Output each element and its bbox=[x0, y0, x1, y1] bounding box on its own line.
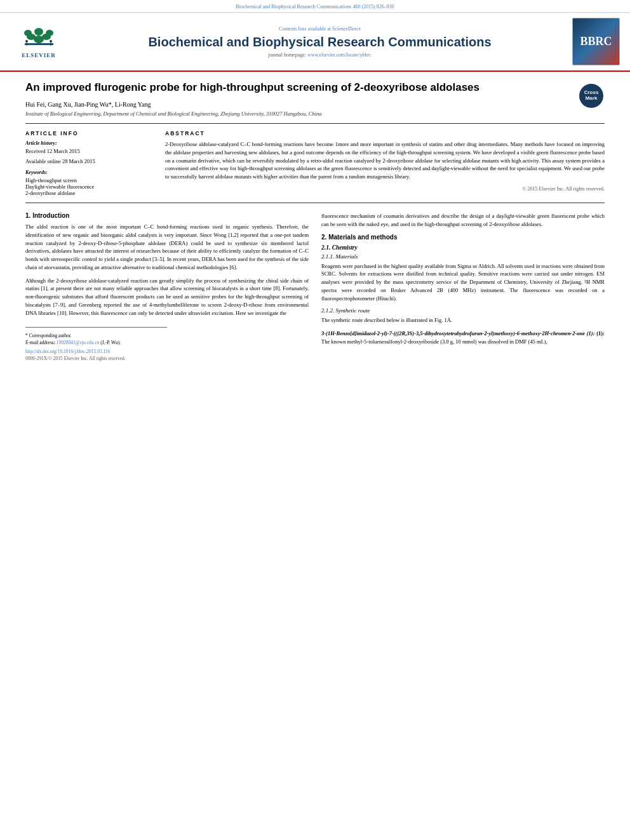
keyword-2: Daylight-viewable fluorescence bbox=[25, 183, 152, 190]
journal-title: Biochemical and Biophysical Research Com… bbox=[74, 34, 566, 50]
article-info-header: ARTICLE INFO bbox=[25, 130, 152, 137]
article-info-abstract: ARTICLE INFO Article history: Received 1… bbox=[25, 124, 605, 203]
article-content: An improved flurogenic probe for high-th… bbox=[0, 72, 630, 370]
journal-title-area: Contents lists available at ScienceDirec… bbox=[74, 26, 566, 58]
section2-title: 2. Materials and methods bbox=[321, 234, 605, 241]
email-label: E-mail address: bbox=[25, 340, 55, 345]
section1-number: 1. bbox=[25, 212, 30, 219]
section2-number: 2. bbox=[321, 234, 326, 241]
footnote-divider bbox=[25, 327, 167, 328]
section1-label: Introduction bbox=[32, 212, 69, 219]
issn-line: 0006-291X/© 2015 Elsevier Inc. All right… bbox=[25, 356, 309, 361]
body-right-column: fluorescence mechanism of coumarin deriv… bbox=[321, 212, 605, 361]
section212-number: 2.1.2. bbox=[321, 307, 334, 314]
article-authors: Hui Fei, Gang Xu, Jian-Ping Wu*, Li-Rong… bbox=[25, 101, 573, 108]
crossmark-area: CrossMark bbox=[579, 84, 605, 109]
intro-p2-text: Although the 2-deoxyribose aldolase-cata… bbox=[25, 277, 309, 316]
sciencedirect-link[interactable]: Contents lists available at ScienceDirec… bbox=[74, 26, 566, 32]
compound1-name: 3-(1H-Benzo[d]imidazol-2-yl)-7-(((2R,3S)… bbox=[321, 330, 605, 346]
intro-right-text: fluorescence mechanism of coumarin deriv… bbox=[321, 213, 605, 227]
elsevier-text: ELSEVIER bbox=[22, 52, 56, 58]
page: Biochemical and Biophysical Research Com… bbox=[0, 0, 630, 840]
keywords-label: Keywords: bbox=[25, 170, 152, 175]
section1-title: 1. Introduction bbox=[25, 212, 309, 219]
abstract-header: ABSTRACT bbox=[165, 130, 605, 137]
journal-reference-text: Biochemical and Biophysical Research Com… bbox=[236, 4, 394, 10]
compound1-title: 3-(1H-Benzo[d]imidazol-2-yl)-7-(((2R,3S)… bbox=[321, 330, 595, 337]
section212-label: Synthetic route bbox=[336, 307, 370, 314]
svg-point-7 bbox=[34, 28, 43, 36]
elsevier-logo: ELSEVIER bbox=[13, 23, 64, 61]
section211-label: Materials bbox=[336, 253, 358, 260]
svg-point-8 bbox=[25, 40, 28, 43]
section211-title: 2.1.1. Materials bbox=[321, 253, 605, 260]
section21-number: 2.1. bbox=[321, 244, 330, 251]
elsevier-logo-area: ELSEVIER bbox=[10, 23, 67, 61]
bbrc-logo-area: BBRC bbox=[572, 18, 620, 65]
section21-title: 2.1. Chemistry bbox=[321, 244, 605, 251]
journal-homepage: journal homepage: www.elsevier.com/locat… bbox=[74, 52, 566, 58]
synthetic-route-intro: The synthetic route described below is i… bbox=[321, 316, 605, 324]
homepage-url[interactable]: www.elsevier.com/locate/ybbrc bbox=[307, 52, 372, 58]
compound1-the: The bbox=[321, 338, 331, 345]
sciencedirect-name: ScienceDirect bbox=[332, 26, 361, 32]
intro-p1-text: The aldol reaction is one of the most im… bbox=[25, 223, 309, 270]
contents-text: Contents lists available at bbox=[279, 26, 332, 32]
abstract-column: ABSTRACT 2-Deoxyribose aldolase-catalyze… bbox=[165, 130, 605, 196]
materials-text: Reagents were purchased in the highest q… bbox=[321, 262, 605, 303]
body-left-column: 1. Introduction The aldol reaction is on… bbox=[25, 212, 309, 361]
available-date: Available online 28 March 2015 bbox=[25, 158, 152, 164]
journal-header: ELSEVIER Contents lists available at Sci… bbox=[0, 13, 630, 72]
keyword-3: 2-deoxyribose aldolase bbox=[25, 190, 152, 196]
article-title-section: An improved flurogenic probe for high-th… bbox=[25, 81, 605, 124]
email-address: 10928041@zju.edu.cn bbox=[57, 340, 100, 345]
received-date: Received 12 March 2015 bbox=[25, 148, 152, 154]
intro-paragraph-right: fluorescence mechanism of coumarin deriv… bbox=[321, 212, 605, 229]
abstract-text: 2-Deoxyribose aldolase-catalyzed C–C bon… bbox=[165, 140, 605, 181]
intro-paragraph1: The aldol reaction is one of the most im… bbox=[25, 223, 309, 272]
svg-point-6 bbox=[46, 30, 53, 36]
article-affiliation: Institute of Biological Engineering, Dep… bbox=[25, 110, 573, 117]
bbrc-logo: BBRC bbox=[572, 18, 620, 65]
copyright-text: © 2015 Elsevier Inc. All rights reserved… bbox=[165, 186, 605, 192]
elsevier-tree-icon bbox=[22, 25, 57, 51]
compound1-label: (1): bbox=[596, 330, 605, 337]
article-title-area: An improved flurogenic probe for high-th… bbox=[25, 81, 573, 117]
doi-line[interactable]: http://dx.doi.org/10.1016/j.bbrc.2015.03… bbox=[25, 349, 309, 354]
section2-label: Materials and methods bbox=[328, 234, 397, 241]
svg-point-5 bbox=[24, 30, 32, 36]
intro-paragraph2: Although the 2-deoxyribose aldolase-cata… bbox=[25, 277, 309, 317]
email-footnote: E-mail address: 10928041@zju.edu.cn (J.-… bbox=[25, 340, 309, 347]
crossmark-icon: CrossMark bbox=[579, 84, 603, 108]
article-title: An improved flurogenic probe for high-th… bbox=[25, 81, 573, 95]
article-info-column: ARTICLE INFO Article history: Received 1… bbox=[25, 130, 152, 196]
article-history-label: Article history: bbox=[25, 140, 152, 146]
keyword-1: High-throughput screen bbox=[25, 177, 152, 183]
section211-number: 2.1.1. bbox=[321, 253, 334, 260]
footnote-label: Corresponding author. bbox=[29, 333, 72, 338]
svg-point-10 bbox=[50, 40, 52, 43]
section21-label: Chemistry bbox=[332, 244, 358, 251]
compound1-text: known methyl-5-toluenesulfonyl-2-deoxyri… bbox=[331, 338, 547, 345]
bbrc-text: BBRC bbox=[580, 35, 612, 48]
journal-reference-bar: Biochemical and Biophysical Research Com… bbox=[0, 0, 630, 13]
footnote-star-label: * Corresponding author. bbox=[25, 333, 309, 340]
authors-text: Hui Fei, Gang Xu, Jian-Ping Wu*, Li-Rong… bbox=[25, 101, 151, 108]
main-body: 1. Introduction The aldol reaction is on… bbox=[25, 203, 605, 361]
section212-title: 2.1.2. Synthetic route bbox=[321, 307, 605, 314]
email-person: (J.-P. Wu). bbox=[100, 340, 121, 345]
homepage-label: journal homepage: bbox=[268, 52, 306, 58]
